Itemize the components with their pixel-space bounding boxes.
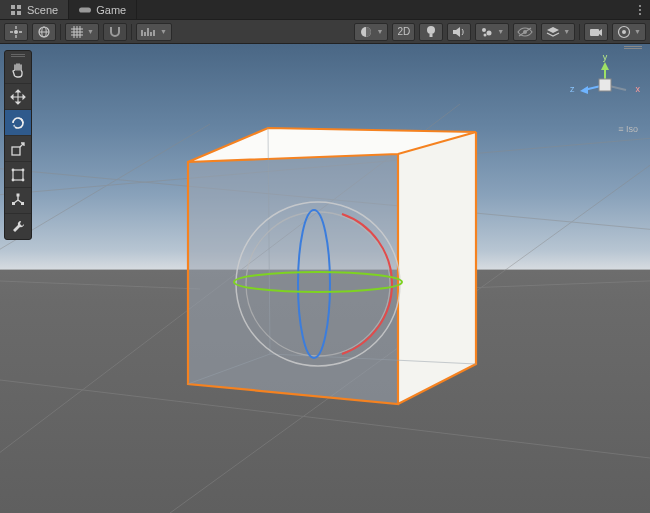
dropdown-caret-icon: ▼ — [87, 28, 94, 35]
audio-icon — [452, 26, 466, 38]
svg-line-21 — [0, 279, 200, 289]
shaded-icon — [359, 25, 373, 39]
svg-rect-42 — [21, 202, 24, 205]
dropdown-caret-icon: ▼ — [497, 28, 504, 35]
snap-toggle-button[interactable] — [103, 23, 127, 41]
svg-point-5 — [14, 30, 18, 34]
layers-button[interactable]: ▼ — [541, 23, 575, 41]
svg-point-14 — [484, 33, 487, 36]
svg-point-39 — [22, 178, 25, 181]
audio-toggle-button[interactable] — [447, 23, 471, 41]
mode-2d-button[interactable]: 2D — [392, 23, 415, 41]
magnet-icon — [108, 25, 122, 39]
rect-icon — [10, 167, 26, 183]
scale-tool-button[interactable] — [5, 135, 31, 161]
grid-snap-button[interactable]: ▼ — [65, 23, 99, 41]
dropdown-caret-icon: ▼ — [376, 28, 383, 35]
pivot-center-button[interactable] — [4, 23, 28, 41]
svg-point-37 — [22, 168, 25, 171]
selected-cube[interactable] — [178, 114, 488, 424]
svg-point-19 — [622, 30, 626, 34]
game-icon — [79, 4, 91, 16]
pivot-global-button[interactable] — [32, 23, 56, 41]
fx-toggle-button[interactable]: ▼ — [475, 23, 509, 41]
dropdown-caret-icon: ▼ — [563, 28, 570, 35]
svg-point-36 — [12, 168, 15, 171]
tab-game[interactable]: Game — [69, 0, 137, 19]
svg-rect-41 — [12, 202, 15, 205]
tab-scene[interactable]: Scene — [0, 0, 69, 19]
eye-off-icon — [517, 26, 533, 38]
globe-icon — [37, 25, 51, 39]
grid-icon — [70, 25, 84, 39]
rect-tool-button[interactable] — [5, 161, 31, 187]
svg-point-13 — [487, 30, 492, 35]
camera-icon — [589, 26, 603, 38]
svg-rect-3 — [17, 11, 21, 15]
gizmo-icon — [617, 25, 631, 39]
orientation-gizmo[interactable]: y z x ≡ Iso — [574, 52, 636, 122]
svg-marker-46 — [580, 86, 588, 94]
visibility-toggle-button[interactable] — [513, 23, 537, 41]
svg-rect-0 — [11, 5, 15, 9]
svg-rect-2 — [11, 11, 15, 15]
move-icon — [10, 89, 26, 105]
snap-increment-button[interactable]: ▼ — [136, 23, 172, 41]
svg-point-38 — [12, 178, 15, 181]
lightbulb-icon — [425, 25, 437, 39]
svg-rect-35 — [13, 170, 23, 180]
mode-2d-label: 2D — [397, 26, 410, 37]
lighting-toggle-button[interactable] — [419, 23, 443, 41]
svg-rect-4 — [79, 7, 91, 12]
scale-icon — [10, 141, 26, 157]
tool-strip — [4, 50, 32, 240]
svg-rect-17 — [590, 29, 599, 36]
svg-rect-34 — [12, 147, 20, 155]
increment-icon — [141, 26, 157, 38]
kebab-icon — [639, 5, 641, 15]
transform-tool-button[interactable] — [5, 187, 31, 213]
svg-point-12 — [482, 28, 486, 32]
gizmos-button[interactable]: ▼ — [612, 23, 646, 41]
gizmo-grip[interactable] — [624, 46, 642, 50]
svg-marker-44 — [601, 62, 609, 70]
svg-point-10 — [427, 26, 435, 34]
draw-mode-button[interactable]: ▼ — [354, 23, 388, 41]
custom-tools-button[interactable] — [5, 213, 31, 239]
dropdown-caret-icon: ▼ — [634, 28, 641, 35]
transform-icon — [10, 193, 26, 209]
rotate-tool-button[interactable] — [5, 109, 31, 135]
hand-tool-button[interactable] — [5, 57, 31, 83]
projection-label[interactable]: ≡ Iso — [618, 124, 638, 134]
svg-rect-1 — [17, 5, 21, 9]
tab-bar: Scene Game — [0, 0, 650, 20]
rotate-icon — [10, 115, 26, 131]
fx-icon — [480, 26, 494, 38]
tab-game-label: Game — [96, 4, 126, 16]
svg-rect-48 — [599, 79, 611, 91]
scene-toolbar: ▼ ▼ ▼ 2D ▼ ▼ ▼ — [0, 20, 650, 44]
dropdown-caret-icon: ▼ — [160, 28, 167, 35]
svg-rect-40 — [17, 193, 20, 196]
pivot-center-icon — [9, 25, 23, 39]
scene-viewport[interactable]: y z x ≡ Iso — [0, 44, 650, 513]
wrench-icon — [10, 219, 26, 235]
tab-scene-label: Scene — [27, 4, 58, 16]
layers-icon — [546, 26, 560, 38]
move-tool-button[interactable] — [5, 83, 31, 109]
hand-icon — [10, 62, 26, 78]
svg-marker-28 — [188, 154, 398, 404]
axis-label-x: x — [636, 84, 641, 94]
svg-rect-11 — [430, 34, 433, 37]
tab-menu-button[interactable] — [630, 0, 650, 19]
camera-button[interactable] — [584, 23, 608, 41]
scene-icon — [10, 4, 22, 16]
